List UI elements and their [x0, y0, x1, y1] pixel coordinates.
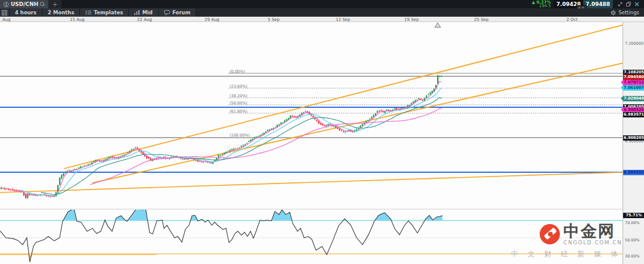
- ma-line-fast: [7, 82, 442, 197]
- price-tick: 7.200000: [625, 41, 643, 46]
- templates-label: Templates: [94, 10, 123, 15]
- price-plaque: 6.908205: [623, 135, 644, 141]
- change-pips: 194.5: [539, 4, 551, 8]
- range-button[interactable]: 2 Months: [42, 8, 80, 17]
- date-tick: Aug: [2, 17, 11, 22]
- fib-percent-label: (0.00%): [230, 69, 245, 74]
- date-tick: 5 Sep: [268, 17, 280, 22]
- date-tick: 25 Sep: [474, 17, 488, 22]
- settings-label: Settings: [618, 10, 639, 15]
- layout-grid-button[interactable]: [0, 8, 10, 17]
- range-label: 2 Months: [48, 10, 74, 15]
- fib-percent-label: (61.80%): [230, 109, 247, 114]
- settings-button[interactable]: Settings: [606, 8, 644, 17]
- fib-percent-label: (50.00%): [230, 101, 247, 105]
- watermark-name: 中金网: [564, 223, 622, 239]
- date-tick: 19 Sep: [404, 17, 419, 22]
- fib-percent-label: (100.00%): [230, 133, 250, 138]
- price-type-label: Mid: [142, 10, 152, 15]
- chart-marker-icon[interactable]: [435, 23, 441, 27]
- ask-price: 7.09488: [586, 1, 610, 7]
- watermark: 中金网 CNGOLD.COM.CN 中 文 财 经 新 媒 体: [540, 223, 622, 246]
- date-tick: 12 Sep: [336, 17, 350, 22]
- forum-label: Forum: [172, 10, 190, 15]
- price-axis[interactable]: 7.2000006.9000007.1082057.0945807.078712…: [623, 22, 644, 264]
- date-tick: 22 Aug: [137, 17, 152, 22]
- gear-icon: [611, 10, 616, 15]
- timeframe-label: 4 hours: [15, 10, 36, 15]
- price-type-icon: [134, 10, 140, 15]
- change-block: ▲ 0.27% 194.5: [529, 0, 554, 8]
- watermark-url: CNGOLD.COM.CN: [564, 240, 622, 246]
- date-axis[interactable]: Aug15 Aug22 Aug29 Aug5 Sep12 Sep19 Sep25…: [0, 17, 623, 22]
- grid-icon: [2, 10, 7, 15]
- cngold-logo-icon: [540, 224, 560, 244]
- rsi-value-plaque: 75.71%: [623, 213, 644, 218]
- chart-canvas[interactable]: [0, 0, 623, 264]
- instrument-symbol: USD/CNH: [11, 1, 38, 7]
- templates-button[interactable]: Templates: [80, 8, 129, 17]
- resize-icon[interactable]: [618, 2, 623, 7]
- rsi-level-label: 50.00%: [625, 238, 640, 243]
- window-controls: [612, 0, 644, 8]
- forum-button[interactable]: Forum: [159, 8, 196, 17]
- price-plaque: 6.804582: [623, 170, 644, 175]
- fib-percent-label: (23.60%): [230, 84, 247, 89]
- date-tick: 29 Aug: [205, 17, 219, 22]
- templates-list-icon: [85, 10, 91, 15]
- trendline[interactable]: [64, 25, 623, 169]
- date-tick: 2 Oct: [566, 17, 578, 22]
- add-tab-button[interactable]: +: [48, 0, 61, 8]
- price-type-button[interactable]: Mid: [129, 8, 158, 17]
- tab-number-badge: 1: [4, 2, 9, 7]
- price-plaque: 7.078712: [623, 80, 644, 85]
- toolbar: 4 hours 2 Months Templates Mid Forum: [0, 8, 644, 17]
- fib-percent-label: (38.20%): [230, 94, 247, 98]
- title-bar: 1 USD/CNH + ▲ 0.27% 194.5 7.09428 7.0948…: [0, 0, 644, 8]
- price-plaque: 7.094580: [623, 74, 644, 80]
- timeframe-button[interactable]: 4 hours: [10, 8, 42, 17]
- speech-bubble-icon: [164, 10, 170, 15]
- rsi-level-label: 30.00%: [625, 254, 640, 259]
- popout-icon[interactable]: [626, 2, 631, 7]
- price-plaque: 7.029049: [623, 96, 644, 101]
- search-icon[interactable]: [40, 2, 45, 7]
- price-plaque: 7.061007: [623, 85, 644, 91]
- main-chart-layer[interactable]: [0, 25, 623, 199]
- date-tick: 15 Aug: [70, 17, 85, 22]
- close-icon[interactable]: [634, 2, 639, 7]
- quote-cluster: ▲ 0.27% 194.5 7.09428 7.09488 6.0: [529, 0, 644, 8]
- watermark-slogan: 中 文 财 经 新 媒 体: [511, 249, 630, 259]
- instrument-tab[interactable]: 1 USD/CNH: [0, 0, 48, 8]
- rsi-level-label: 70.00%: [625, 220, 640, 225]
- ask-price-button[interactable]: 7.09488 6.0: [583, 0, 612, 8]
- axis-corner: [623, 17, 644, 22]
- charting-app: 1 USD/CNH + ▲ 0.27% 194.5 7.09428 7.0948…: [0, 0, 644, 264]
- price-plaque: 6.983571: [623, 112, 644, 117]
